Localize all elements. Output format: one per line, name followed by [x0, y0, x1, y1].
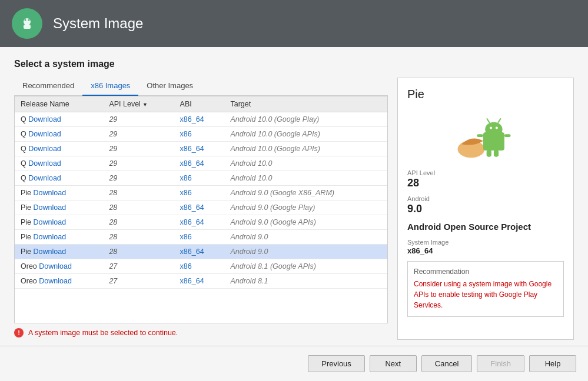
cell-target: Android 8.1: [224, 274, 387, 289]
cell-api: 29: [103, 127, 174, 142]
finish-button[interactable]: Finish: [477, 355, 524, 372]
download-link[interactable]: Download: [28, 115, 61, 123]
svg-point-3: [25, 19, 26, 21]
cell-abi: x86_64: [174, 112, 225, 127]
page-title: Select a system image: [14, 59, 574, 69]
tab-otherimages[interactable]: Other Images: [138, 78, 201, 96]
download-link[interactable]: Download: [34, 218, 67, 226]
cell-api: 29: [103, 171, 174, 186]
col-api[interactable]: API Level▼: [103, 96, 174, 112]
download-link[interactable]: Download: [34, 248, 67, 256]
download-link[interactable]: Download: [39, 277, 72, 285]
cancel-button[interactable]: Cancel: [421, 355, 472, 372]
svg-rect-14: [487, 150, 491, 156]
help-button[interactable]: Help: [529, 355, 576, 372]
cell-api: 29: [103, 112, 174, 127]
download-link[interactable]: Download: [28, 145, 61, 153]
cell-abi: x86: [174, 171, 225, 186]
download-link[interactable]: Download: [39, 262, 72, 270]
table-row[interactable]: Q Download29x86_64Android 10.0 (Google A…: [15, 142, 387, 156]
next-button[interactable]: Next: [370, 355, 417, 372]
svg-point-9: [496, 127, 498, 129]
table-row[interactable]: Q Download29x86Android 10.0 (Google APIs…: [15, 127, 387, 142]
cell-api: 27: [103, 274, 174, 289]
table-row[interactable]: Q Download29x86_64Android 10.0 (Google P…: [15, 112, 387, 127]
cell-release: Oreo Download: [15, 274, 103, 289]
recommendation-box: Recommendation Consider using a system i…: [407, 261, 564, 317]
cell-release: Pie Download: [15, 215, 103, 230]
right-panel: Pie: [397, 78, 574, 340]
cell-release: Pie Download: [15, 186, 103, 200]
android-system-label: Android Open Source Project: [407, 221, 564, 233]
download-link[interactable]: Download: [28, 130, 61, 138]
svg-point-4: [28, 19, 30, 21]
svg-rect-12: [477, 134, 483, 137]
cell-abi: x86: [174, 127, 225, 142]
table-row[interactable]: Pie Download28x86_64Android 9.0: [15, 245, 387, 259]
table-row[interactable]: Pie Download28x86_64Android 9.0 (Google …: [15, 200, 387, 215]
cell-target: Android 9.0: [224, 230, 387, 245]
table-row[interactable]: Q Download29x86_64Android 10.0: [15, 156, 387, 171]
download-link[interactable]: Download: [34, 203, 67, 212]
api-level-value: 28: [407, 177, 564, 189]
cell-release: Q Download: [15, 127, 103, 142]
cell-target: Android 10.0: [224, 171, 387, 186]
cell-target: Android 9.0 (Google X86_ARM): [224, 186, 387, 200]
download-link[interactable]: Download: [34, 233, 67, 241]
cell-abi: x86: [174, 259, 225, 274]
tab-bar: Recommended x86 Images Other Images: [14, 78, 388, 96]
download-link[interactable]: Download: [28, 159, 61, 168]
cell-target: Android 10.0: [224, 156, 387, 171]
warning-icon: !: [14, 328, 24, 337]
cell-api: 28: [103, 186, 174, 200]
android-version: 9.0: [407, 203, 564, 215]
cell-abi: x86_64: [174, 142, 225, 156]
main-content: Select a system image Recommended x86 Im…: [0, 47, 588, 346]
download-link[interactable]: Download: [28, 174, 61, 182]
system-image-table: Release Name API Level▼ ABI Target Q Dow…: [14, 96, 388, 323]
system-image-label: System Image: [407, 239, 564, 246]
cell-release: Pie Download: [15, 200, 103, 215]
content-area: Recommended x86 Images Other Images Rele…: [14, 78, 574, 340]
table-row[interactable]: Pie Download28x86Android 9.0: [15, 230, 387, 245]
footer: Previous Next Cancel Finish Help: [0, 346, 588, 381]
table-row[interactable]: Pie Download28x86_64Android 9.0 (Google …: [15, 215, 387, 230]
cell-api: 29: [103, 142, 174, 156]
table-header: Release Name API Level▼ ABI Target: [15, 96, 387, 112]
api-level-label: API Level: [407, 169, 564, 176]
tab-x86images[interactable]: x86 Images: [82, 78, 138, 96]
cell-abi: x86: [174, 230, 225, 245]
warning-text: A system image must be selected to conti…: [28, 329, 178, 337]
tab-recommended[interactable]: Recommended: [14, 78, 82, 96]
svg-rect-2: [24, 25, 31, 29]
svg-point-1: [24, 18, 31, 25]
previous-button[interactable]: Previous: [308, 355, 365, 372]
left-panel: Recommended x86 Images Other Images Rele…: [14, 78, 388, 340]
android-figure: [407, 108, 564, 161]
cell-release: Q Download: [15, 112, 103, 127]
table-row[interactable]: Q Download29x86Android 10.0: [15, 171, 387, 186]
cell-target: Android 10.0 (Google APIs): [224, 127, 387, 142]
info-box: Pie: [397, 78, 574, 340]
cell-abi: x86_64: [174, 200, 225, 215]
download-link[interactable]: Download: [34, 189, 67, 197]
cell-target: Android 9.0: [224, 245, 387, 259]
cell-target: Android 9.0 (Google Play): [224, 200, 387, 215]
recommendation-text: Consider using a system image with Googl…: [414, 279, 557, 310]
svg-rect-15: [494, 150, 499, 156]
table-row[interactable]: Pie Download28x86Android 9.0 (Google X86…: [15, 186, 387, 200]
warning-bar: ! A system image must be selected to con…: [14, 323, 388, 340]
cell-api: 28: [103, 245, 174, 259]
cell-target: Android 10.0 (Google APIs): [224, 142, 387, 156]
android-label: Android: [407, 195, 564, 202]
cell-abi: x86: [174, 186, 225, 200]
svg-rect-13: [504, 134, 511, 137]
table-row[interactable]: Oreo Download27x86_64Android 8.1: [15, 274, 387, 289]
cell-release: Pie Download: [15, 230, 103, 245]
header: System Image: [0, 0, 588, 47]
table-row[interactable]: Oreo Download27x86Android 8.1 (Google AP…: [15, 259, 387, 274]
svg-point-7: [485, 122, 502, 137]
cell-release: Oreo Download: [15, 259, 103, 274]
app-icon: [12, 8, 42, 39]
cell-api: 27: [103, 259, 174, 274]
